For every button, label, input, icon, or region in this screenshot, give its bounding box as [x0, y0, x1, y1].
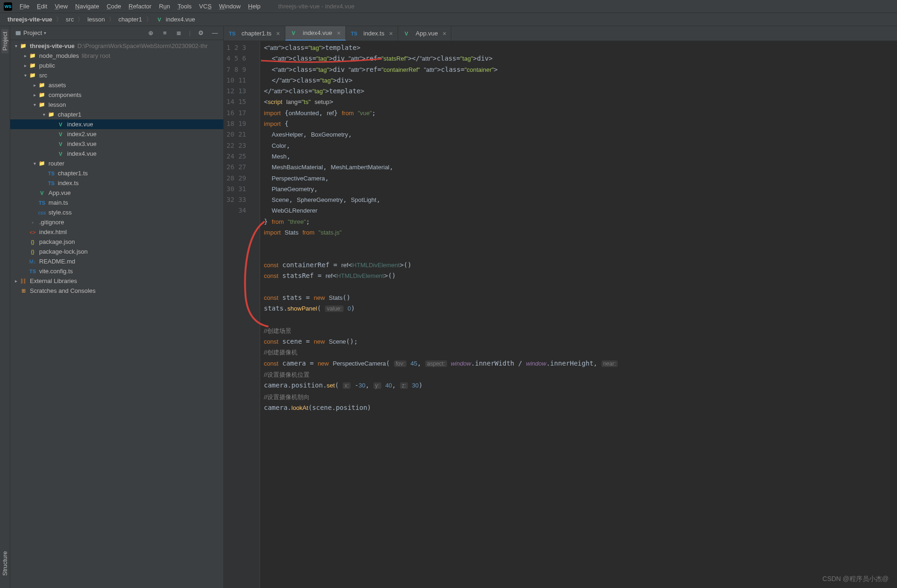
webstorm-icon: WS	[4, 2, 12, 11]
tree-gitignore[interactable]: ◦.gitignore	[10, 217, 223, 227]
tree-root[interactable]: ▾📁threejs-vite-vueD:\ProgramWorkSpace\We…	[10, 41, 223, 51]
menu-view[interactable]: View	[51, 0, 71, 13]
tree-index-html[interactable]: <>index.html	[10, 227, 223, 237]
chevron-right-icon: 〉	[145, 15, 153, 24]
expand-all-icon[interactable]: ≡	[161, 29, 169, 37]
code-content[interactable]: <"attr">class="tag">template> <"attr">cl…	[260, 41, 897, 588]
close-icon[interactable]: ×	[389, 30, 393, 37]
project-dropdown[interactable]: Project ▾	[15, 29, 46, 36]
menu-tools[interactable]: Tools	[174, 0, 195, 13]
window-title: threejs-vite-vue - index4.vue	[264, 3, 354, 10]
menu-edit[interactable]: Edit	[33, 0, 51, 13]
collapse-all-icon[interactable]: ≣	[175, 29, 183, 37]
tree-main-ts[interactable]: TSmain.ts	[10, 198, 223, 208]
menu-run[interactable]: Run	[155, 0, 174, 13]
settings-gear-icon[interactable]: ⚙	[197, 29, 205, 37]
fold-gutter[interactable]	[251, 41, 260, 588]
tree-index-vue[interactable]: Vindex.vue	[10, 119, 223, 129]
editor-area: TSchapter1.ts× Vindex4.vue× TSindex.ts× …	[224, 26, 897, 588]
tree-vite-config[interactable]: TSvite.config.ts	[10, 266, 223, 276]
tree-public[interactable]: ▸📁public	[10, 61, 223, 70]
chevron-right-icon: 〉	[76, 15, 84, 24]
tree-readme[interactable]: M↓README.md	[10, 256, 223, 266]
tree-package-json[interactable]: {}package.json	[10, 237, 223, 247]
tree-package-lock[interactable]: {}package-lock.json	[10, 247, 223, 256]
breadcrumb-bar: threejs-vite-vue 〉 src 〉 lesson 〉 chapte…	[0, 13, 897, 26]
menu-window[interactable]: Window	[215, 0, 244, 13]
editor-tabs: TSchapter1.ts× Vindex4.vue× TSindex.ts× …	[224, 26, 897, 41]
tree-external-libraries[interactable]: ▸∥∥External Libraries	[10, 276, 223, 286]
project-tree[interactable]: ▾📁threejs-vite-vueD:\ProgramWorkSpace\We…	[10, 40, 223, 588]
tree-index4-vue[interactable]: Vindex4.vue	[10, 149, 223, 159]
tree-components[interactable]: ▸📁components	[10, 90, 223, 100]
tree-index3-vue[interactable]: Vindex3.vue	[10, 139, 223, 149]
watermark-text: CSDN @程序员小杰@	[822, 575, 889, 583]
tree-src[interactable]: ▾📁src	[10, 70, 223, 80]
menu-code[interactable]: Code	[103, 0, 125, 13]
tree-scratches[interactable]: ⊞Scratches and Consoles	[10, 286, 223, 296]
crumb-chapter1[interactable]: chapter1	[116, 16, 145, 23]
close-icon[interactable]: ×	[442, 30, 446, 37]
tree-chapter1-ts[interactable]: TSchapter1.ts	[10, 168, 223, 178]
tree-router-index-ts[interactable]: TSindex.ts	[10, 178, 223, 188]
menu-help[interactable]: Help	[244, 0, 264, 13]
close-icon[interactable]: ×	[276, 30, 280, 37]
tree-index2-vue[interactable]: Vindex2.vue	[10, 129, 223, 139]
tree-style-css[interactable]: cssstyle.css	[10, 208, 223, 217]
tab-index4-vue[interactable]: Vindex4.vue×	[285, 26, 346, 41]
crumb-lesson[interactable]: lesson	[84, 16, 108, 23]
hide-icon[interactable]: —	[211, 29, 219, 37]
line-number-gutter[interactable]: 1 2 3 4 5 6 7 8 9 10 11 12 13 14 15 16 1…	[224, 41, 251, 588]
menu-navigate[interactable]: Navigate	[71, 0, 103, 13]
menu-vcs[interactable]: VCS	[195, 0, 215, 13]
menu-bar: WS File Edit View Navigate Code Refactor…	[0, 0, 897, 13]
tree-router[interactable]: ▾📁router	[10, 159, 223, 168]
menu-file[interactable]: File	[16, 0, 33, 13]
tab-app-vue[interactable]: VApp.vue×	[398, 26, 452, 41]
select-opened-file-icon[interactable]: ⊕	[147, 29, 155, 37]
toolwindow-tab-structure[interactable]: Structure	[1, 548, 8, 579]
close-icon[interactable]: ×	[337, 29, 340, 37]
tree-lesson[interactable]: ▾📁lesson	[10, 100, 223, 110]
menu-refactor[interactable]: Refactor	[125, 0, 155, 13]
tree-assets[interactable]: ▸📁assets	[10, 80, 223, 90]
main-layout: Project Structure Project ▾ ⊕ ≡ ≣ | ⚙ — …	[0, 26, 897, 588]
tab-index-ts[interactable]: TSindex.ts×	[346, 26, 398, 41]
tree-node-modules[interactable]: ▸📁node_moduleslibrary root	[10, 51, 223, 61]
crumb-root[interactable]: threejs-vite-vue	[5, 16, 55, 23]
chevron-right-icon: 〉	[55, 15, 63, 24]
project-pane: Project ▾ ⊕ ≡ ≣ | ⚙ — ▾📁threejs-vite-vue…	[10, 26, 224, 588]
toolwindow-tab-project[interactable]: Project	[1, 29, 8, 53]
toolwindow-stripe-left: Project Structure	[0, 26, 10, 588]
project-pane-header: Project ▾ ⊕ ≡ ≣ | ⚙ —	[10, 26, 223, 40]
crumb-src[interactable]: src	[63, 16, 76, 23]
tab-chapter1-ts[interactable]: TSchapter1.ts×	[224, 26, 285, 41]
tree-app-vue[interactable]: VApp.vue	[10, 188, 223, 198]
svg-rect-0	[16, 31, 21, 35]
code-editor[interactable]: 1 2 3 4 5 6 7 8 9 10 11 12 13 14 15 16 1…	[224, 41, 897, 588]
tree-chapter1[interactable]: ▾📁chapter1	[10, 110, 223, 119]
chevron-right-icon: 〉	[108, 15, 116, 24]
crumb-file[interactable]: Vindex4.vue	[153, 16, 198, 23]
